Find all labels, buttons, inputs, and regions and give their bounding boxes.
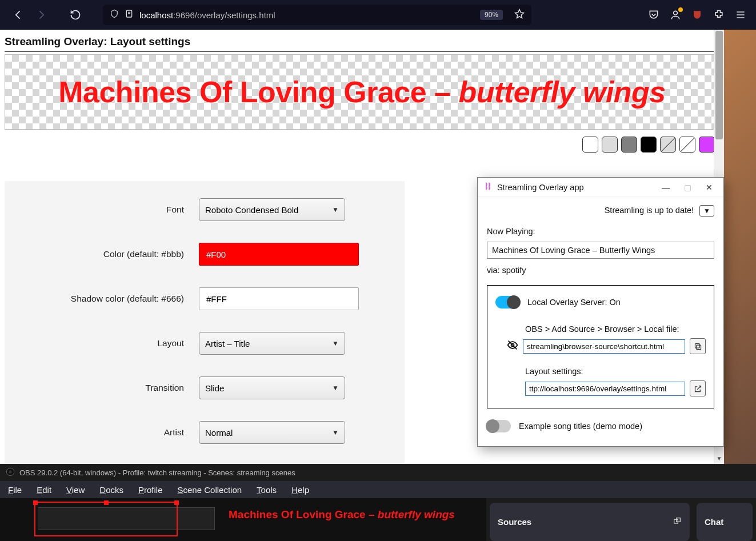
- back-button[interactable]: [9, 6, 27, 24]
- swatch-row: [5, 137, 719, 153]
- chevron-down-icon: ▼: [332, 206, 339, 214]
- minimize-button[interactable]: —: [657, 183, 674, 192]
- chat-panel[interactable]: Chat: [697, 503, 753, 541]
- menu-tools[interactable]: Tools: [257, 485, 277, 495]
- svg-point-6: [9, 470, 11, 473]
- scroll-down-icon[interactable]: ▼: [714, 454, 724, 464]
- status-dropdown-button[interactable]: ▼: [699, 205, 714, 217]
- layout-label: Layout: [5, 338, 199, 348]
- swatch-black[interactable]: [641, 137, 657, 153]
- app-title: Streamling Overlay app: [497, 183, 584, 192]
- account-icon[interactable]: [669, 9, 682, 21]
- settings-card: Font Roboto Condensed Bold▼ Color (defau…: [5, 181, 405, 464]
- copy-button[interactable]: [690, 338, 706, 354]
- menu-edit[interactable]: Edit: [37, 485, 51, 495]
- layout-select[interactable]: Artist – Title▼: [199, 332, 345, 355]
- font-label: Font: [5, 205, 199, 215]
- url-text: localhost:9696/overlay/settings.html: [139, 10, 275, 20]
- mini-preview-text: Machines Of Loving Grace – butterfly win…: [229, 508, 455, 521]
- chevron-down-icon: ▼: [332, 384, 339, 392]
- extensions-icon[interactable]: [713, 9, 725, 21]
- status-text: Streamling is up to date!: [605, 206, 694, 215]
- app-icon: [483, 182, 493, 193]
- close-button[interactable]: ✕: [701, 183, 718, 192]
- pocket-icon[interactable]: [647, 9, 660, 21]
- reload-button[interactable]: [66, 6, 85, 24]
- preview-sep: –: [426, 75, 458, 109]
- demo-toggle[interactable]: [487, 420, 511, 432]
- background-window-slice: [724, 30, 756, 464]
- url-bar[interactable]: localhost:9696/overlay/settings.html 90%: [103, 5, 531, 25]
- app-titlebar[interactable]: Streamling Overlay app — ▢ ✕: [478, 178, 723, 197]
- obs-icon: [6, 467, 15, 478]
- obs-title-text: OBS 29.0.2 (64-bit, windows) - Profile: …: [19, 468, 295, 477]
- svg-rect-3: [697, 345, 701, 350]
- color-label: Color (default: #bbb): [5, 249, 199, 259]
- menu-help[interactable]: Help: [291, 485, 309, 495]
- chat-label: Chat: [705, 517, 723, 527]
- via-text: via: spotify: [487, 266, 714, 275]
- page-icon: [125, 9, 134, 21]
- swatch-lightgray[interactable]: [602, 137, 618, 153]
- toolbar-icons: [647, 9, 747, 21]
- transition-label: Transition: [5, 383, 199, 393]
- artist-label: Artist: [5, 427, 199, 438]
- popout-icon[interactable]: [673, 516, 682, 527]
- overlay-preview: Machines Of Loving Grace – butterfly win…: [5, 54, 719, 130]
- server-toggle[interactable]: [495, 296, 519, 308]
- menu-file[interactable]: File: [8, 485, 22, 495]
- now-playing-value: Machines Of Loving Grace – Butterfly Win…: [487, 242, 714, 259]
- shadow-input[interactable]: [199, 287, 359, 310]
- swatch-diag-gray[interactable]: [660, 137, 676, 153]
- shield-icon: [110, 9, 119, 21]
- now-playing-label: Now Playing:: [487, 227, 714, 236]
- demo-label: Example song titles (demo mode): [519, 422, 642, 431]
- eye-off-icon[interactable]: [507, 339, 518, 354]
- preview-text: Machines Of Loving Grace – butterfly win…: [58, 75, 666, 109]
- svg-point-1: [674, 11, 678, 15]
- color-input[interactable]: [199, 243, 359, 266]
- forward-button[interactable]: [32, 6, 50, 24]
- swatch-gray[interactable]: [621, 137, 637, 153]
- obs-window: OBS 29.0.2 (64-bit, windows) - Profile: …: [0, 464, 756, 541]
- layout-url-input[interactable]: [525, 382, 685, 396]
- swatch-magenta[interactable]: [699, 137, 715, 153]
- font-select[interactable]: Roboto Condensed Bold▼: [199, 198, 345, 221]
- menu-docks[interactable]: Docks: [99, 485, 123, 495]
- ublock-icon[interactable]: [691, 9, 703, 21]
- chevron-down-icon: ▼: [332, 428, 339, 436]
- title-rule: [5, 51, 719, 52]
- scrollbar-thumb[interactable]: [715, 31, 723, 139]
- open-external-button[interactable]: [690, 380, 706, 396]
- browser-toolbar: localhost:9696/overlay/settings.html 90%: [0, 0, 756, 30]
- swatch-diag-white[interactable]: [679, 137, 695, 153]
- zoom-badge[interactable]: 90%: [480, 10, 503, 20]
- sources-label: Sources: [498, 517, 531, 527]
- shadow-label: Shadow color (default: #666): [5, 294, 199, 304]
- selection-frame[interactable]: [34, 502, 178, 536]
- chevron-down-icon: ▼: [332, 339, 339, 347]
- transition-select[interactable]: Slide▼: [199, 376, 345, 399]
- server-label: Local Overlay Server: On: [527, 298, 621, 307]
- preview-song: butterfly wings: [458, 75, 665, 109]
- layout-settings-label: Layout settings:: [525, 367, 706, 376]
- obs-menu: File Edit View Docks Profile Scene Colle…: [0, 481, 756, 498]
- preview-artist: Machines Of Loving Grace: [58, 75, 426, 109]
- maximize-button[interactable]: ▢: [679, 183, 696, 192]
- page-title: Streamling Overlay: Layout settings: [5, 35, 719, 48]
- swatch-white[interactable]: [582, 137, 598, 153]
- star-icon[interactable]: [514, 9, 525, 21]
- artist-select[interactable]: Normal▼: [199, 421, 345, 444]
- sources-panel[interactable]: Sources: [490, 503, 690, 541]
- menu-scene-collection[interactable]: Scene Collection: [178, 485, 242, 495]
- svg-rect-4: [695, 343, 699, 348]
- menu-view[interactable]: View: [66, 485, 85, 495]
- streamling-app-window: Streamling Overlay app — ▢ ✕ Streamling …: [477, 177, 724, 447]
- obs-titlebar: OBS 29.0.2 (64-bit, windows) - Profile: …: [0, 464, 756, 481]
- menu-profile[interactable]: Profile: [138, 485, 163, 495]
- server-box: Local Overlay Server: On OBS > Add Sourc…: [487, 285, 714, 408]
- hamburger-icon[interactable]: [734, 9, 747, 21]
- obs-hint: OBS > Add Source > Browser > Local file:: [525, 324, 706, 334]
- source-path-input[interactable]: [523, 339, 685, 354]
- obs-scene-preview[interactable]: Machines Of Loving Grace – butterfly win…: [0, 498, 486, 541]
